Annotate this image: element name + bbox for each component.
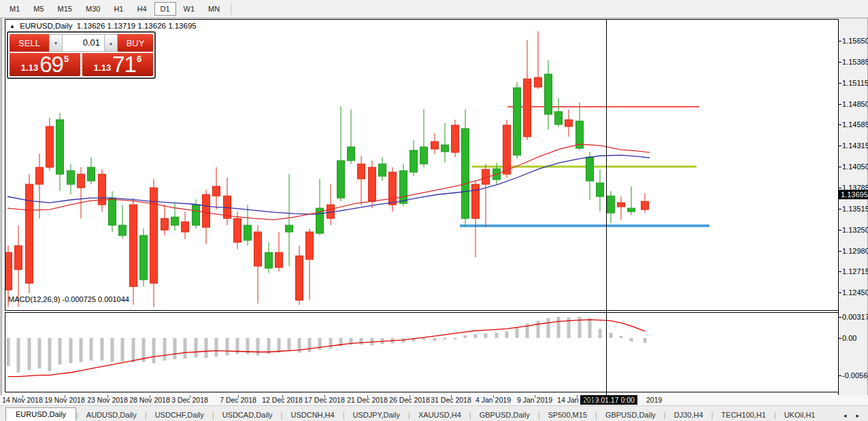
- candle[interactable]: [555, 98, 563, 127]
- candle[interactable]: [150, 179, 158, 307]
- tabs-scroll-left-icon[interactable]: ◂: [839, 412, 852, 419]
- candle[interactable]: [161, 205, 169, 235]
- timeframe-button-m5[interactable]: M5: [27, 2, 50, 16]
- chart-tab-gbpusd-daily[interactable]: GBPUSD,Daily: [471, 409, 538, 421]
- candle[interactable]: [389, 167, 397, 212]
- candle[interactable]: [379, 157, 386, 181]
- candle[interactable]: [420, 110, 428, 167]
- candle[interactable]: [88, 157, 95, 184]
- candle[interactable]: [607, 191, 615, 223]
- candle[interactable]: [462, 110, 469, 227]
- chart-tab-audusd-daily[interactable]: AUDUSD,Daily: [78, 409, 145, 421]
- candle[interactable]: [327, 184, 335, 225]
- candle[interactable]: [337, 106, 345, 201]
- timeframe-button-h1[interactable]: H1: [107, 2, 129, 16]
- candle[interactable]: [452, 120, 459, 157]
- timeframe-button-m1[interactable]: M1: [3, 2, 26, 16]
- crosshair-vertical-line: [606, 19, 607, 395]
- candle[interactable]: [67, 164, 75, 195]
- candle[interactable]: [565, 110, 573, 137]
- candle[interactable]: [254, 225, 262, 303]
- chart-tab-usdjpy-daily[interactable]: USDJPY,Daily: [345, 409, 409, 421]
- candle[interactable]: [265, 242, 273, 273]
- candle[interactable]: [306, 229, 314, 300]
- candle[interactable]: [628, 186, 635, 215]
- candle[interactable]: [224, 178, 231, 225]
- sell-price-button[interactable]: 1.13 69 5: [10, 53, 80, 76]
- sell-button[interactable]: SELL: [10, 34, 49, 52]
- candle[interactable]: [56, 113, 64, 191]
- chart-tab-dj30-h4[interactable]: DJ30,H4: [666, 409, 712, 421]
- macd-histogram-bar: [537, 321, 540, 338]
- candle[interactable]: [99, 169, 106, 212]
- macd-histogram-bar: [101, 338, 104, 360]
- macd-chart[interactable]: [5, 313, 839, 392]
- collapse-triangle-icon[interactable]: ▲: [10, 23, 15, 29]
- candle[interactable]: [348, 110, 355, 164]
- volume-increase-button[interactable]: ▴: [104, 34, 118, 52]
- chart-tab-usdcnh-h4[interactable]: USDCNH,H4: [282, 409, 342, 421]
- candle[interactable]: [441, 123, 449, 163]
- candle[interactable]: [358, 156, 365, 205]
- candle[interactable]: [586, 152, 594, 200]
- candle[interactable]: [482, 164, 490, 227]
- volume-input[interactable]: 0.01: [63, 34, 104, 52]
- buy-price-pip: 6: [137, 49, 141, 69]
- candle[interactable]: [514, 82, 521, 158]
- candle[interactable]: [641, 193, 649, 213]
- candle[interactable]: [535, 31, 542, 89]
- candle[interactable]: [618, 197, 625, 220]
- candle[interactable]: [130, 198, 137, 305]
- candle[interactable]: [213, 167, 220, 209]
- candle[interactable]: [244, 205, 252, 246]
- volume-decrease-button[interactable]: ▾: [49, 34, 63, 52]
- candle[interactable]: [431, 133, 439, 154]
- timeframe-button-w1[interactable]: W1: [178, 2, 201, 16]
- chart-tab-gbpusd-daily[interactable]: GBPUSD,Daily: [597, 409, 664, 421]
- macd-histogram-bar: [360, 338, 363, 345]
- chart-tab-tech100-h1[interactable]: TECH100,H1: [713, 409, 773, 421]
- chart-tab-ukoil-h1[interactable]: UKOil,H1: [776, 409, 824, 421]
- candle[interactable]: [296, 246, 303, 305]
- buy-price-button[interactable]: 1.13 71 6: [82, 53, 153, 76]
- chart-tab-xauusd-h4[interactable]: XAUUSD,H4: [410, 409, 469, 421]
- candle[interactable]: [119, 205, 127, 239]
- timeframe-button-mn[interactable]: MN: [202, 2, 226, 16]
- candle[interactable]: [524, 40, 531, 140]
- chart-tab-eurusd-daily[interactable]: EURUSD,Daily: [5, 407, 76, 421]
- chart-tab-usdchf-daily[interactable]: USDCHF,Daily: [147, 409, 212, 421]
- candle[interactable]: [203, 190, 210, 244]
- timeframe-button-h4[interactable]: H4: [131, 2, 152, 16]
- macd-pane[interactable]: [5, 313, 839, 392]
- candle[interactable]: [286, 174, 293, 266]
- date-label: 14 Nov 2018: [2, 396, 43, 404]
- price-axis-label: 1.13515: [842, 205, 868, 213]
- candle[interactable]: [36, 154, 44, 218]
- macd-histogram-bar: [474, 334, 478, 338]
- macd-histogram-bar: [620, 336, 623, 338]
- price-axis-tick: [838, 167, 841, 167]
- candle[interactable]: [109, 191, 116, 232]
- buy-button[interactable]: BUY: [118, 34, 153, 52]
- candle[interactable]: [545, 61, 552, 130]
- chart-tab-sp500-m15[interactable]: SP500,M15: [540, 409, 595, 421]
- candle[interactable]: [78, 167, 85, 218]
- candle[interactable]: [26, 174, 33, 293]
- candle[interactable]: [276, 232, 283, 271]
- candle[interactable]: [182, 212, 189, 239]
- candle[interactable]: [46, 118, 54, 171]
- macd-axis-label: -0.005667: [842, 371, 868, 380]
- candle[interactable]: [316, 179, 324, 235]
- candle[interactable]: [576, 103, 584, 150]
- timeframe-button-m15[interactable]: M15: [52, 2, 78, 16]
- candle[interactable]: [472, 181, 480, 257]
- date-label: 2019: [646, 396, 662, 404]
- candle[interactable]: [597, 169, 604, 212]
- tabs-scroll-right-icon[interactable]: ▸: [851, 412, 864, 419]
- chart-tab-usdcad-daily[interactable]: USDCAD,Daily: [214, 409, 281, 421]
- candle[interactable]: [410, 140, 418, 176]
- candle[interactable]: [140, 229, 148, 286]
- timeframe-button-m30[interactable]: M30: [80, 2, 106, 16]
- price-axis-label: 1.15650: [842, 37, 868, 45]
- timeframe-button-d1[interactable]: D1: [154, 2, 176, 16]
